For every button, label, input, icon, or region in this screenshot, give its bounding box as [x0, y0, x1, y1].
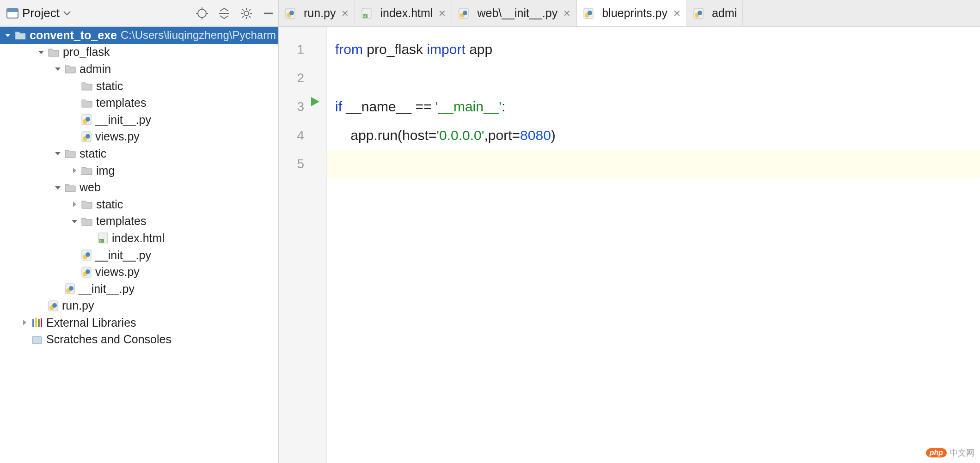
close-icon[interactable]: ✕ [563, 8, 571, 19]
editor-tab[interactable]: Hindex.html✕ [355, 0, 452, 26]
tree-item-label: Scratches and Consoles [46, 333, 172, 346]
svg-rect-41 [38, 319, 40, 327]
tree-item[interactable]: admin [0, 61, 278, 78]
folder-plain-icon [81, 217, 92, 226]
tree-item-label: static [96, 198, 123, 211]
html-icon: H [361, 8, 372, 19]
expand-arrow[interactable] [54, 149, 62, 158]
tree-item[interactable]: static [0, 145, 278, 162]
expand-arrow[interactable] [37, 48, 45, 56]
tree-item[interactable]: static [0, 196, 278, 213]
tree-item-label: img [96, 164, 115, 177]
close-icon[interactable]: ✕ [438, 8, 446, 19]
tree-item-label: static [96, 79, 123, 93]
project-tree[interactable]: convent_to_exe C:\Users\liuqingzheng\Pyc… [0, 27, 278, 463]
expand-arrow[interactable] [54, 65, 62, 73]
expand-arrow[interactable] [54, 285, 62, 293]
py-icon [81, 131, 92, 142]
tree-item-label: views.py [95, 265, 140, 279]
folder-icon [65, 183, 76, 192]
tree-item[interactable]: web [0, 179, 278, 196]
py-icon [65, 283, 75, 294]
svg-line-14 [249, 16, 251, 18]
close-icon[interactable]: ✕ [341, 8, 349, 19]
expand-arrow[interactable] [70, 116, 79, 124]
collapse-icon[interactable] [218, 7, 230, 19]
close-icon[interactable]: ✕ [673, 8, 681, 19]
tree-item[interactable]: templates [0, 213, 278, 230]
tab-label: blueprints.py [602, 6, 668, 20]
tree-item[interactable]: pro_flask [0, 44, 278, 61]
expand-arrow[interactable] [37, 302, 45, 310]
gutter: 12345 [279, 27, 327, 463]
watermark-pill: php [926, 448, 947, 457]
svg-line-16 [249, 9, 251, 11]
line-number: 5 [279, 150, 304, 178]
svg-rect-39 [32, 319, 34, 327]
code-editor[interactable]: from pro_flask import app if __name__ ==… [327, 27, 980, 463]
tree-item[interactable]: __init__.py [0, 280, 278, 298]
tree-root[interactable]: convent_to_exe C:\Users\liuqingzheng\Pyc… [0, 27, 278, 44]
tree-item[interactable]: External Libraries [0, 314, 278, 331]
project-title-dropdown[interactable]: Project [6, 6, 196, 20]
tree-item-label: templates [96, 96, 146, 110]
expand-arrow[interactable] [54, 183, 62, 192]
watermark: php 中文网 [926, 447, 974, 458]
code-line-4: app.run(host='0.0.0.0',port=8080) [335, 121, 980, 150]
editor-tabs: run.py✕Hindex.html✕web\__init__.py✕bluep… [279, 0, 980, 27]
tree-item[interactable]: Scratches and Consoles [0, 331, 278, 348]
tree-item[interactable]: templates [0, 94, 278, 111]
tree-item[interactable]: run.py [0, 298, 278, 315]
editor-tab[interactable]: blueprints.py✕ [577, 0, 687, 26]
svg-rect-40 [35, 318, 37, 327]
svg-rect-1 [7, 9, 18, 12]
expand-arrow[interactable] [20, 335, 29, 344]
expand-arrow[interactable] [70, 99, 79, 107]
scratch-icon [31, 335, 43, 345]
editor-tab[interactable]: admi [687, 0, 743, 26]
watermark-text: 中文网 [949, 447, 974, 458]
tree-item[interactable]: __init__.py [0, 247, 278, 264]
target-icon[interactable] [196, 7, 208, 19]
chevron-down-icon [63, 11, 71, 16]
expand-arrow[interactable] [70, 133, 79, 141]
line-number: 2 [279, 64, 304, 92]
code-area: 12345 from pro_flask import app if __nam… [279, 27, 980, 463]
tree-item[interactable]: views.py [0, 263, 278, 280]
tree-item[interactable]: static [0, 78, 278, 95]
tree-item-label: External Libraries [46, 316, 136, 329]
tree-item[interactable]: __init__.py [0, 111, 278, 128]
expand-arrow[interactable] [20, 318, 29, 327]
py-icon [81, 267, 92, 278]
run-icon[interactable] [310, 96, 320, 107]
expand-arrow[interactable] [70, 217, 79, 225]
tree-root-label: convent_to_exe [30, 29, 117, 42]
project-sidebar: Project convent_to_exe C:\Users\liuqingz… [0, 0, 279, 463]
tree-item-label: __init__.py [79, 282, 135, 296]
code-line-1: from pro_flask import app [335, 35, 980, 64]
expand-arrow[interactable] [70, 200, 79, 208]
folder-plain-icon [81, 200, 92, 209]
svg-rect-43 [32, 336, 42, 344]
tree-item[interactable]: img [0, 162, 278, 179]
minimize-icon[interactable] [263, 7, 275, 19]
editor-tab[interactable]: web\__init__.py✕ [452, 0, 577, 26]
tree-root-path: C:\Users\liuqingzheng\Pycharm [121, 29, 276, 42]
line-number: 1 [279, 35, 304, 64]
code-line-5 [335, 150, 980, 178]
expand-arrow[interactable] [70, 251, 79, 259]
folder-plain-icon [81, 166, 92, 175]
code-line-2 [335, 64, 980, 92]
libs-icon [31, 317, 43, 328]
expand-arrow[interactable] [70, 82, 79, 90]
tree-item[interactable]: views.py [0, 128, 278, 146]
tree-item[interactable]: Hindex.html [0, 230, 278, 247]
gear-icon[interactable] [240, 7, 252, 19]
expand-arrow[interactable] [70, 268, 79, 276]
expand-arrow[interactable] [87, 234, 95, 242]
tab-label: index.html [380, 6, 433, 20]
expand-arrow[interactable] [70, 166, 79, 175]
svg-point-35 [69, 286, 74, 291]
project-header: Project [0, 0, 278, 27]
editor-tab[interactable]: run.py✕ [279, 0, 355, 26]
